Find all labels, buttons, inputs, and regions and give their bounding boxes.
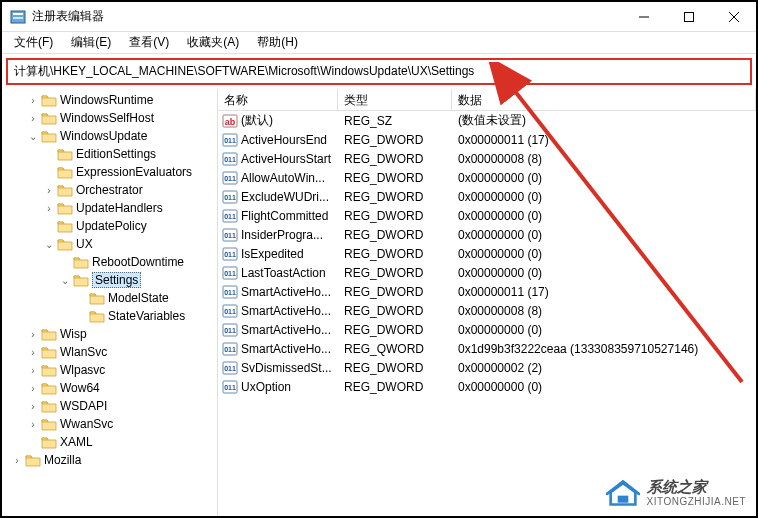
- value-name: SmartActiveHo...: [241, 342, 338, 356]
- value-row[interactable]: 011IsExpeditedREG_DWORD0x00000000 (0): [218, 244, 756, 263]
- menu-edit[interactable]: 编辑(E): [63, 32, 119, 53]
- minimize-button[interactable]: [621, 2, 666, 32]
- tree-item[interactable]: XAML: [2, 433, 217, 451]
- value-row[interactable]: 011SmartActiveHo...REG_DWORD0x00000011 (…: [218, 282, 756, 301]
- menu-view[interactable]: 查看(V): [121, 32, 177, 53]
- tree-item[interactable]: ›Wisp: [2, 325, 217, 343]
- tree-item[interactable]: ›UpdateHandlers: [2, 199, 217, 217]
- tree-item[interactable]: ⌄WindowsUpdate: [2, 127, 217, 145]
- value-type: REG_DWORD: [338, 304, 452, 318]
- value-row[interactable]: 011LastToastActionREG_DWORD0x00000000 (0…: [218, 263, 756, 282]
- menu-file[interactable]: 文件(F): [6, 32, 61, 53]
- tree-item[interactable]: ⌄Settings: [2, 271, 217, 289]
- value-type: REG_DWORD: [338, 152, 452, 166]
- binary-value-icon: 011: [222, 379, 238, 395]
- tree-item[interactable]: ›Mozilla: [2, 451, 217, 469]
- tree-item-label: UpdatePolicy: [76, 219, 147, 233]
- menu-favorites[interactable]: 收藏夹(A): [179, 32, 247, 53]
- value-name: LastToastAction: [241, 266, 338, 280]
- tree-item[interactable]: ›Wow64: [2, 379, 217, 397]
- column-type[interactable]: 类型: [338, 89, 452, 110]
- tree-item[interactable]: ›Wlpasvc: [2, 361, 217, 379]
- chevron-right-icon[interactable]: ›: [42, 185, 56, 196]
- tree-item[interactable]: ›WindowsSelfHost: [2, 109, 217, 127]
- tree-item-label: ModelState: [108, 291, 169, 305]
- value-name: SvDismissedSt...: [241, 361, 338, 375]
- tree-item[interactable]: ModelState: [2, 289, 217, 307]
- chevron-right-icon[interactable]: ›: [26, 347, 40, 358]
- value-row[interactable]: 011ExcludeWUDri...REG_DWORD0x00000000 (0…: [218, 187, 756, 206]
- folder-icon: [41, 435, 57, 449]
- value-row[interactable]: 011ActiveHoursEndREG_DWORD0x00000011 (17…: [218, 130, 756, 149]
- column-name[interactable]: 名称: [218, 89, 338, 110]
- value-row[interactable]: 011AllowAutoWin...REG_DWORD0x00000000 (0…: [218, 168, 756, 187]
- value-row[interactable]: 011SmartActiveHo...REG_DWORD0x00000008 (…: [218, 301, 756, 320]
- tree-item[interactable]: EditionSettings: [2, 145, 217, 163]
- value-type: REG_SZ: [338, 114, 452, 128]
- tree-item[interactable]: RebootDowntime: [2, 253, 217, 271]
- folder-icon: [89, 309, 105, 323]
- tree-item-label: WSDAPI: [60, 399, 107, 413]
- tree-item[interactable]: ›WindowsRuntime: [2, 91, 217, 109]
- tree-item[interactable]: ›WlanSvc: [2, 343, 217, 361]
- value-row[interactable]: 011ActiveHoursStartREG_DWORD0x00000008 (…: [218, 149, 756, 168]
- chevron-right-icon[interactable]: ›: [26, 419, 40, 430]
- binary-value-icon: 011: [222, 360, 238, 376]
- chevron-down-icon[interactable]: ⌄: [26, 131, 40, 142]
- tree-item[interactable]: ›WSDAPI: [2, 397, 217, 415]
- tree-item-label: Mozilla: [44, 453, 81, 467]
- svg-text:011: 011: [224, 251, 236, 258]
- folder-icon: [73, 255, 89, 269]
- folder-icon: [41, 129, 57, 143]
- chevron-right-icon[interactable]: ›: [26, 113, 40, 124]
- tree-item[interactable]: ›Orchestrator: [2, 181, 217, 199]
- svg-text:ab: ab: [225, 117, 236, 127]
- svg-text:011: 011: [224, 384, 236, 391]
- address-bar-container: 计算机\HKEY_LOCAL_MACHINE\SOFTWARE\Microsof…: [2, 54, 756, 89]
- chevron-down-icon[interactable]: ⌄: [58, 275, 72, 286]
- tree-item[interactable]: UpdatePolicy: [2, 217, 217, 235]
- value-data: 0x00000000 (0): [452, 171, 756, 185]
- svg-text:011: 011: [224, 175, 236, 182]
- address-bar[interactable]: 计算机\HKEY_LOCAL_MACHINE\SOFTWARE\Microsof…: [6, 58, 752, 85]
- chevron-right-icon[interactable]: ›: [26, 329, 40, 340]
- window-title: 注册表编辑器: [32, 8, 621, 25]
- value-row[interactable]: 011FlightCommittedREG_DWORD0x00000000 (0…: [218, 206, 756, 225]
- close-button[interactable]: [711, 2, 756, 32]
- column-data[interactable]: 数据: [452, 89, 756, 110]
- tree-item-label: ExpressionEvaluators: [76, 165, 192, 179]
- chevron-right-icon[interactable]: ›: [26, 383, 40, 394]
- value-row[interactable]: 011UxOptionREG_DWORD0x00000000 (0): [218, 377, 756, 396]
- svg-text:011: 011: [224, 289, 236, 296]
- value-data: 0x00000008 (8): [452, 152, 756, 166]
- chevron-right-icon[interactable]: ›: [10, 455, 24, 466]
- menu-help[interactable]: 帮助(H): [249, 32, 306, 53]
- values-list[interactable]: ab(默认)REG_SZ(数值未设置)011ActiveHoursEndREG_…: [218, 111, 756, 396]
- value-row[interactable]: 011SmartActiveHo...REG_DWORD0x00000000 (…: [218, 320, 756, 339]
- chevron-right-icon[interactable]: ›: [26, 365, 40, 376]
- value-name: SmartActiveHo...: [241, 285, 338, 299]
- value-row[interactable]: 011SvDismissedSt...REG_DWORD0x00000002 (…: [218, 358, 756, 377]
- value-row[interactable]: 011SmartActiveHo...REG_QWORD0x1d99b3f322…: [218, 339, 756, 358]
- binary-value-icon: 011: [222, 208, 238, 224]
- tree-item[interactable]: StateVariables: [2, 307, 217, 325]
- folder-icon: [41, 93, 57, 107]
- tree-panel[interactable]: ›WindowsRuntime›WindowsSelfHost⌄WindowsU…: [2, 89, 218, 518]
- tree-item[interactable]: ›WwanSvc: [2, 415, 217, 433]
- value-row[interactable]: 011InsiderProgra...REG_DWORD0x00000000 (…: [218, 225, 756, 244]
- value-row[interactable]: ab(默认)REG_SZ(数值未设置): [218, 111, 756, 130]
- binary-value-icon: 011: [222, 303, 238, 319]
- chevron-down-icon[interactable]: ⌄: [42, 239, 56, 250]
- tree-item-label: WindowsUpdate: [60, 129, 147, 143]
- tree-item[interactable]: ExpressionEvaluators: [2, 163, 217, 181]
- svg-rect-2: [13, 17, 23, 19]
- binary-value-icon: 011: [222, 265, 238, 281]
- maximize-button[interactable]: [666, 2, 711, 32]
- value-name: InsiderProgra...: [241, 228, 338, 242]
- chevron-right-icon[interactable]: ›: [26, 95, 40, 106]
- chevron-right-icon[interactable]: ›: [26, 401, 40, 412]
- tree-item[interactable]: ⌄UX: [2, 235, 217, 253]
- value-data: 0x00000000 (0): [452, 266, 756, 280]
- chevron-right-icon[interactable]: ›: [42, 203, 56, 214]
- binary-value-icon: 011: [222, 246, 238, 262]
